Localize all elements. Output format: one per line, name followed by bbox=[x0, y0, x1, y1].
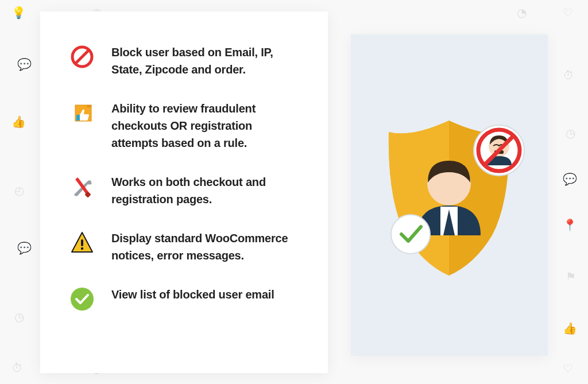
warning-icon bbox=[69, 230, 95, 256]
svg-line-1 bbox=[76, 51, 88, 63]
check-icon bbox=[69, 286, 95, 312]
feature-item: Block user based on Email, IP, State, Zi… bbox=[69, 44, 299, 78]
feature-text: Works on both checkout and registration … bbox=[111, 173, 299, 208]
shield-illustration bbox=[366, 109, 532, 281]
tools-icon bbox=[69, 173, 95, 200]
feature-text: Block user based on Email, IP, State, Zi… bbox=[111, 44, 299, 78]
thumbs-up-icon bbox=[69, 100, 95, 126]
svg-rect-4 bbox=[87, 105, 91, 107]
feature-item: View list of blocked user email bbox=[69, 286, 299, 312]
feature-text: Display standard WooCommerce notices, er… bbox=[111, 230, 299, 264]
feature-text: Ability to review fraudulent checkouts O… bbox=[111, 100, 299, 152]
feature-item: Ability to review fraudulent checkouts O… bbox=[69, 100, 299, 152]
block-icon bbox=[69, 44, 95, 70]
illustration-panel bbox=[351, 34, 548, 356]
features-card: Block user based on Email, IP, State, Zi… bbox=[40, 11, 328, 373]
feature-text: View list of blocked user email bbox=[111, 286, 274, 303]
feature-item: Display standard WooCommerce notices, er… bbox=[69, 230, 299, 264]
svg-point-7 bbox=[81, 247, 83, 250]
svg-point-8 bbox=[71, 288, 94, 311]
feature-item: Works on both checkout and registration … bbox=[69, 173, 299, 208]
svg-rect-6 bbox=[81, 239, 83, 246]
svg-point-11 bbox=[391, 215, 430, 254]
